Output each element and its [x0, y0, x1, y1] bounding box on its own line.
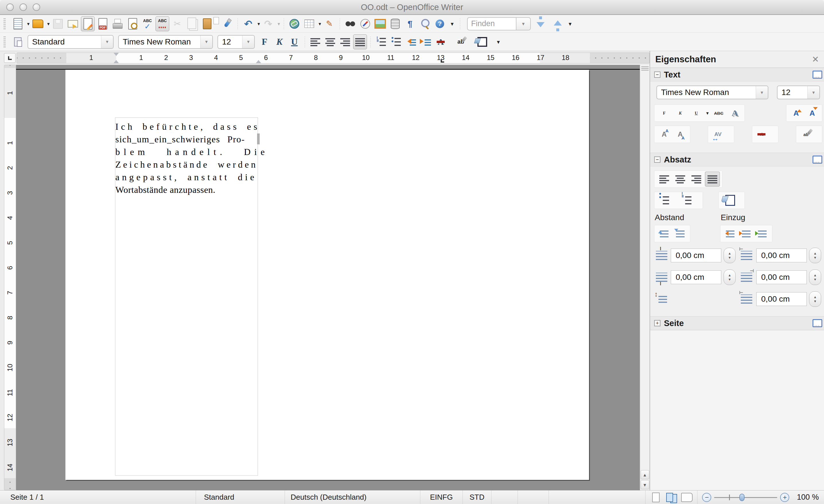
toolbar-overflow-icon[interactable]: ▾ — [494, 34, 503, 49]
increase-indent-icon[interactable] — [419, 34, 433, 49]
find-replace-icon[interactable] — [343, 16, 357, 31]
before-text-indent-field[interactable]: 0,00 cm — [756, 248, 807, 262]
subscript-icon[interactable] — [673, 127, 688, 142]
character-spacing-icon[interactable]: AV — [710, 127, 725, 142]
nonprinting-characters-icon[interactable]: ¶ — [403, 16, 417, 31]
print-icon[interactable] — [111, 16, 124, 31]
after-indent-stepper[interactable]: ▴▾ — [809, 270, 821, 285]
status-selection-mode[interactable]: STD — [463, 491, 492, 504]
split-window-grip[interactable] — [641, 66, 649, 71]
font-name-combobox[interactable]: Times New Roman ▾ — [656, 86, 768, 99]
export-pdf-icon[interactable] — [96, 16, 110, 31]
toolbar-overflow-icon[interactable]: ▾ — [448, 16, 456, 31]
gallery-icon[interactable] — [373, 16, 387, 31]
bold-icon[interactable]: F — [657, 106, 672, 120]
before-indent-stepper[interactable]: ▴▾ — [809, 248, 821, 263]
paragraph-dialog-launcher-icon[interactable] — [813, 156, 822, 164]
numbered-list-icon[interactable] — [679, 193, 694, 208]
above-spacing-stepper[interactable]: ▴▾ — [724, 248, 736, 263]
underline-icon[interactable]: U — [689, 106, 704, 120]
open-icon[interactable] — [31, 16, 45, 31]
left-indent-marker[interactable] — [114, 58, 119, 63]
font-name-combobox[interactable]: Times New Roman ▾ — [118, 35, 213, 49]
italic-icon[interactable]: K — [673, 106, 688, 120]
paragraph-background-icon[interactable] — [721, 193, 736, 208]
background-color-icon[interactable] — [474, 34, 488, 49]
bold-icon[interactable]: F — [258, 34, 272, 49]
above-paragraph-spacing-field[interactable]: 0,00 cm — [671, 248, 721, 262]
font-color-icon[interactable]: A — [434, 34, 447, 49]
zoom-icon[interactable] — [418, 16, 432, 31]
switch-hanging-indent-icon[interactable] — [755, 226, 770, 241]
paragraph-style-combobox[interactable]: Standard ▾ — [27, 35, 114, 49]
new-document-icon[interactable] — [11, 16, 25, 31]
spellcheck-icon[interactable]: ABC — [140, 16, 154, 31]
chevron-down-icon[interactable]: ▾ — [756, 86, 768, 99]
zoom-in-icon[interactable]: + — [780, 493, 789, 502]
collapse-icon[interactable]: − — [654, 157, 660, 163]
toolbar-overflow-icon[interactable]: ▾ — [566, 16, 575, 31]
hyperlink-icon[interactable] — [288, 16, 301, 31]
styles-dialog-icon[interactable] — [11, 34, 25, 49]
below-spacing-stepper[interactable]: ▴▾ — [724, 270, 736, 285]
superscript-icon[interactable] — [657, 127, 672, 142]
navigator-icon[interactable] — [358, 16, 372, 31]
find-next-button[interactable] — [533, 16, 548, 31]
increase-indent-icon[interactable] — [723, 226, 738, 241]
text-section-header[interactable]: − Text — [650, 68, 824, 82]
close-sidebar-icon[interactable]: ✕ — [810, 54, 821, 64]
right-indent-marker[interactable] — [256, 58, 261, 63]
toolbar-grip[interactable] — [3, 18, 6, 29]
decrease-font-size-icon[interactable] — [805, 106, 820, 120]
chevron-down-icon[interactable]: ▾ — [807, 86, 819, 99]
scroll-up-icon[interactable]: ▲ — [641, 470, 649, 479]
copy-icon[interactable] — [185, 16, 199, 31]
chevron-down-icon[interactable]: ▾ — [242, 35, 254, 48]
status-signature-cell[interactable] — [518, 491, 549, 504]
page-preview-icon[interactable] — [126, 16, 139, 31]
first-line-indent-field[interactable]: 0,00 cm — [756, 292, 807, 306]
tab-stop-marker[interactable] — [441, 60, 444, 63]
align-left-icon[interactable] — [308, 34, 322, 49]
status-language[interactable]: Deutsch (Deutschland) — [285, 491, 420, 504]
zoom-slider[interactable] — [714, 492, 777, 503]
find-previous-button[interactable] — [550, 16, 565, 31]
scroll-down-icon[interactable]: ▼ — [641, 480, 649, 489]
strikethrough-icon[interactable]: ABC — [711, 106, 726, 120]
status-insert-mode[interactable]: EINFG — [420, 491, 463, 504]
page-dialog-launcher-icon[interactable] — [813, 319, 822, 327]
text-shadow-icon[interactable]: A — [727, 106, 742, 120]
align-center-icon[interactable] — [323, 34, 337, 49]
line-spacing-icon[interactable] — [655, 292, 670, 307]
chevron-down-icon[interactable]: ▾ — [200, 35, 212, 48]
character-dialog-launcher-icon[interactable] — [813, 71, 822, 79]
align-justify-icon[interactable] — [353, 34, 367, 49]
align-center-icon[interactable] — [673, 172, 688, 187]
format-paintbrush-icon[interactable] — [220, 16, 234, 31]
insert-table-icon[interactable] — [302, 16, 316, 31]
font-color-icon[interactable]: A — [754, 127, 769, 142]
bullet-list-icon[interactable] — [389, 34, 403, 49]
vertical-scrollbar[interactable]: ▲ ▼ — [640, 65, 649, 490]
single-page-view-icon[interactable] — [650, 492, 661, 503]
zoom-slider-thumb[interactable] — [739, 494, 744, 501]
align-right-icon[interactable] — [689, 172, 704, 187]
expand-icon[interactable]: + — [654, 320, 660, 326]
align-justify-icon[interactable] — [705, 172, 720, 187]
paragraph-section-header[interactable]: − Absatz — [650, 153, 824, 167]
paragraph-text[interactable]: Ich befürchte, dass es sich_um_ein_schwi… — [115, 120, 258, 196]
highlighting-icon[interactable]: ab — [454, 34, 468, 49]
find-input[interactable] — [467, 17, 516, 30]
toolbar-grip[interactable] — [3, 36, 6, 47]
help-icon[interactable]: ? — [433, 16, 447, 31]
zoom-out-icon[interactable]: − — [702, 493, 711, 502]
font-size-combobox[interactable]: 12 ▾ — [217, 35, 255, 49]
status-modified-flag[interactable] — [492, 491, 518, 504]
first-line-indent-stepper[interactable]: ▴▾ — [809, 291, 821, 307]
highlighting-icon[interactable]: ab — [799, 127, 813, 142]
tab-type-selector[interactable] — [4, 53, 15, 63]
status-page-style[interactable]: Standard — [196, 491, 285, 504]
auto-spellcheck-icon[interactable]: ABC — [156, 16, 169, 31]
zoom-level-value[interactable]: 100 % — [794, 493, 824, 502]
below-paragraph-spacing-field[interactable]: 0,00 cm — [671, 270, 721, 284]
